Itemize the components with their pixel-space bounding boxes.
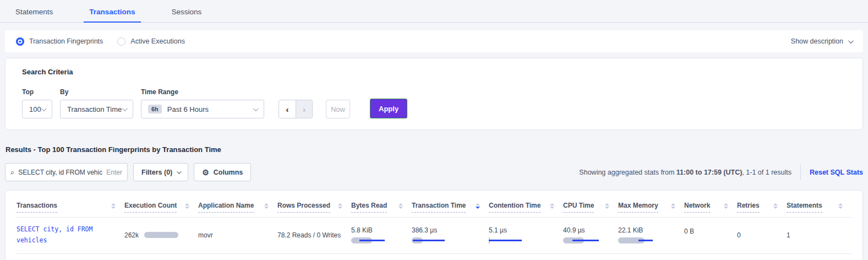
sort-icon[interactable] [550, 203, 554, 209]
col-application-name[interactable]: Application Name [198, 202, 254, 213]
col-contention-time[interactable]: Contention Time [489, 202, 541, 213]
divider [800, 165, 801, 180]
next-time-window-button[interactable]: › [296, 100, 312, 118]
by-select[interactable]: Transaction Time [60, 100, 133, 118]
results-toolbar: ⌕ Enter Filters (0) ⚙ Columns Showing ag… [5, 163, 863, 181]
max-memory-bar [618, 237, 681, 243]
search-criteria-panel: Search Criteria Top 100 By Transaction T… [5, 58, 863, 130]
col-rows-processed[interactable]: Rows Processed [277, 202, 330, 213]
by-label: By [60, 88, 133, 96]
transaction-time-value: 386.3 µs [412, 226, 485, 234]
stats-prefix: Showing aggregated stats from [579, 169, 676, 176]
show-description-label: Show description [791, 37, 843, 45]
gear-icon: ⚙ [202, 168, 209, 177]
chevron-down-icon [253, 106, 259, 111]
page-tabs: Statements Transactions Sessions [0, 0, 868, 23]
retries-value: 0 [737, 231, 741, 239]
search-criteria-title: Search Criteria [22, 68, 846, 76]
radio-selected-icon [16, 37, 24, 46]
stats-suffix: , 1-1 of 1 results [742, 169, 791, 176]
radio-unselected-icon [117, 37, 125, 46]
network-value: 0 B [684, 228, 694, 235]
sort-icon[interactable] [773, 203, 778, 209]
search-box: ⌕ Enter [5, 163, 128, 181]
apply-button[interactable]: Apply [370, 99, 407, 118]
chevron-down-icon [41, 106, 47, 111]
filters-button[interactable]: Filters (0) [133, 163, 188, 181]
sort-icon[interactable] [264, 203, 269, 209]
col-retries[interactable]: Retries [737, 202, 760, 213]
sort-icon[interactable] [185, 203, 189, 209]
top-select[interactable]: 100 [22, 100, 52, 118]
sort-icon[interactable] [724, 203, 728, 209]
transaction-time-bar [412, 237, 485, 243]
time-window-nav: ‹ › [279, 100, 313, 118]
chevron-down-icon [122, 106, 128, 111]
table-row: SELECT city, id FROM vehicles 262k movr … [17, 218, 851, 254]
sort-icon[interactable] [605, 203, 609, 209]
stats-summary: Showing aggregated stats from 11:00 to 1… [579, 169, 791, 176]
time-range-select[interactable]: 6h Past 6 Hours [141, 100, 264, 118]
columns-label: Columns [214, 169, 243, 176]
col-statements[interactable]: Statements [787, 202, 822, 213]
transactions-table-card: Transactions Execution Count Application… [5, 190, 863, 260]
tab-transactions[interactable]: Transactions [87, 2, 137, 22]
transaction-fingerprint-link[interactable]: SELECT city, id FROM vehicles [17, 224, 99, 246]
col-execution-count[interactable]: Execution Count [124, 202, 177, 213]
bytes-read-value: 5.8 KiB [351, 226, 408, 234]
columns-button[interactable]: ⚙ Columns [194, 163, 251, 181]
sort-icon[interactable] [398, 203, 403, 209]
statements-value: 1 [787, 231, 790, 239]
search-input[interactable] [18, 169, 102, 176]
show-description-toggle[interactable]: Show description [791, 37, 852, 45]
prev-time-window-button[interactable]: ‹ [279, 100, 296, 118]
sort-icon-active-desc[interactable] [476, 203, 480, 209]
radio-transaction-fingerprints[interactable]: Transaction Fingerprints [16, 37, 103, 46]
stats-range: 11:00 to 17:59 (UTC) [676, 169, 742, 176]
tab-statements[interactable]: Statements [13, 2, 55, 22]
col-cpu-time[interactable]: CPU Time [563, 202, 594, 213]
chevron-down-icon [177, 169, 181, 174]
contention-time-value: 5.1 µs [489, 226, 560, 234]
chevron-down-icon [848, 38, 854, 44]
execution-count-bar [144, 232, 178, 238]
bytes-read-bar [351, 237, 408, 243]
col-bytes-read[interactable]: Bytes Read [351, 202, 387, 213]
results-title: Results - Top 100 Transaction Fingerprin… [6, 145, 868, 154]
view-toggle-group: Transaction Fingerprints Active Executio… [16, 37, 185, 46]
col-transactions[interactable]: Transactions [17, 202, 57, 213]
radio-label: Transaction Fingerprints [29, 37, 103, 45]
transactions-table: Transactions Execution Count Application… [17, 193, 851, 254]
col-network[interactable]: Network [684, 202, 710, 213]
filters-label: Filters (0) [141, 169, 172, 176]
time-range-label: Time Range [141, 88, 264, 96]
sort-icon[interactable] [338, 203, 342, 209]
sort-icon[interactable] [671, 203, 675, 209]
time-range-badge: 6h [148, 105, 162, 113]
rows-processed-value: 78.2 Reads / 0 Writes [277, 231, 341, 239]
time-range-value: Past 6 Hours [167, 105, 209, 113]
table-header-row: Transactions Execution Count Application… [17, 193, 851, 218]
by-select-value: Transaction Time [67, 105, 122, 113]
reset-sql-stats-link[interactable]: Reset SQL Stats [810, 169, 863, 176]
max-memory-value: 22.1 KiB [618, 226, 681, 234]
cpu-time-value: 40.9 µs [563, 226, 615, 234]
top-select-value: 100 [29, 105, 41, 113]
tab-sessions[interactable]: Sessions [170, 2, 204, 22]
view-toggle-band: Transaction Fingerprints Active Executio… [5, 30, 863, 52]
radio-active-executions[interactable]: Active Executions [117, 37, 185, 46]
col-transaction-time[interactable]: Transaction Time [412, 202, 466, 213]
search-enter-button[interactable]: Enter [106, 169, 122, 176]
sort-icon[interactable] [838, 203, 843, 209]
application-name-value: movr [198, 231, 213, 239]
now-button[interactable]: Now [326, 100, 350, 118]
contention-time-bar [489, 237, 560, 243]
cpu-time-bar [563, 237, 615, 243]
radio-label: Active Executions [130, 37, 185, 45]
search-icon: ⌕ [10, 168, 14, 177]
sort-icon[interactable] [111, 203, 116, 209]
execution-count-value: 262k [124, 231, 139, 239]
col-max-memory[interactable]: Max Memory [618, 202, 658, 213]
top-label: Top [22, 88, 52, 96]
